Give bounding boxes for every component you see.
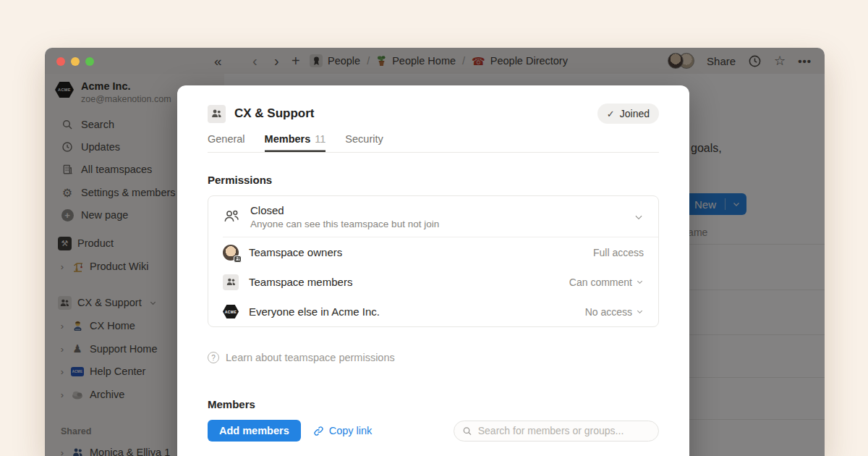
teamspace-settings-modal: CX & Support ✓ Joined General Members 11…: [177, 85, 689, 456]
people-badge-icon: [223, 274, 239, 290]
minimize-window-icon[interactable]: [71, 57, 80, 66]
joined-label: Joined: [620, 108, 650, 119]
page: { "glyphs": { "collapse": "«", "back": "…: [0, 0, 868, 456]
copy-link-label: Copy link: [329, 425, 373, 436]
modal-title: CX & Support: [234, 106, 315, 121]
members-count-badge: 11: [315, 133, 326, 145]
chevron-down-icon[interactable]: [634, 212, 644, 222]
members-search-input[interactable]: [478, 425, 650, 436]
link-icon: [313, 426, 324, 436]
window-controls: [56, 57, 94, 66]
group-mini-icon: [234, 256, 242, 263]
check-icon: ✓: [607, 109, 615, 119]
owners-avatar: [223, 245, 239, 261]
add-members-button[interactable]: Add members: [208, 420, 301, 442]
tab-security[interactable]: Security: [345, 133, 383, 152]
close-window-icon[interactable]: [56, 57, 65, 66]
access-setting-select[interactable]: Closed Anyone can see this teamspace but…: [208, 196, 658, 237]
learn-permissions-link[interactable]: ? Learn about teamspace permissions: [208, 352, 395, 363]
acme-logo-icon: ACME: [223, 305, 239, 318]
members-search-field[interactable]: [454, 421, 659, 442]
permission-row-everyone[interactable]: ACME Everyone else in Acme Inc. No acces…: [208, 297, 658, 326]
people-outline-icon: [223, 208, 240, 226]
app-window: « ‹ › + People / People Home / ☎ People …: [45, 48, 825, 456]
access-level-dropdown[interactable]: No access: [585, 306, 644, 318]
joined-button[interactable]: ✓ Joined: [597, 104, 659, 124]
access-setting-description: Anyone can see this teamspace but not jo…: [250, 219, 439, 229]
chevron-down-icon: [636, 308, 644, 316]
permissions-heading: Permissions: [208, 174, 272, 186]
copy-link-button[interactable]: Copy link: [313, 425, 373, 436]
members-heading: Members: [208, 398, 255, 410]
modal-tabs: General Members 11 Security: [208, 133, 659, 153]
tab-general[interactable]: General: [208, 133, 245, 152]
modal-header: CX & Support ✓ Joined: [208, 104, 659, 124]
chevron-down-icon: [636, 278, 644, 286]
permission-group-name: Teamspace members: [249, 276, 352, 288]
zoom-window-icon[interactable]: [85, 57, 94, 66]
permission-group-name: Everyone else in Acme Inc.: [249, 305, 380, 318]
question-circle-icon: ?: [208, 352, 219, 363]
permission-group-name: Teamspace owners: [249, 246, 342, 258]
access-level: Full access: [593, 247, 644, 258]
permission-row-members[interactable]: Teamspace members Can comment: [208, 267, 658, 297]
permissions-card: Closed Anyone can see this teamspace but…: [208, 195, 659, 327]
access-setting-title: Closed: [250, 204, 439, 216]
tab-members[interactable]: Members 11: [265, 133, 326, 152]
teamspace-people-icon: [208, 105, 226, 123]
permission-row-owners[interactable]: Teamspace owners Full access: [208, 237, 658, 267]
learn-link-label: Learn about teamspace permissions: [226, 352, 395, 363]
search-icon: [462, 426, 472, 436]
access-level-dropdown[interactable]: Can comment: [569, 276, 644, 288]
members-toolbar: Add members Copy link: [208, 420, 659, 442]
